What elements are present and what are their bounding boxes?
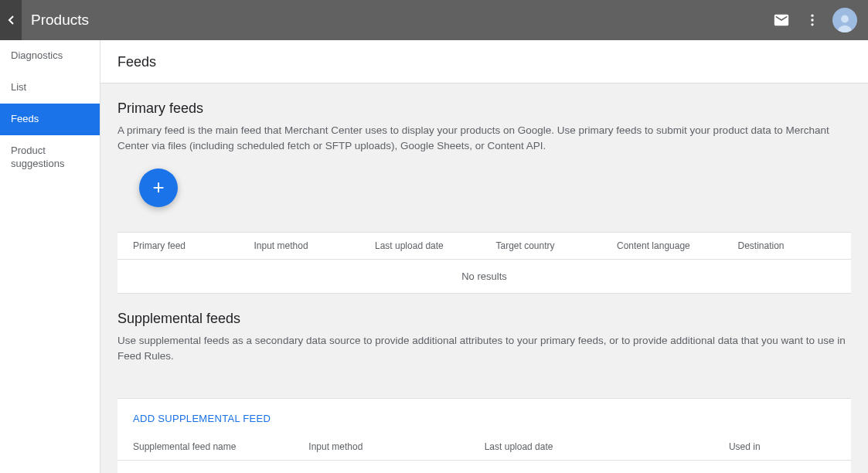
primary-feeds-section: Primary feeds A primary feed is the main… bbox=[100, 83, 868, 294]
svg-point-3 bbox=[841, 15, 849, 23]
supplemental-feeds-section: Supplemental feeds Use supplemental feed… bbox=[100, 294, 868, 474]
supplemental-feeds-description: Use supplemental feeds as a secondary da… bbox=[117, 333, 851, 365]
col-supp-input-method: Input method bbox=[301, 441, 476, 452]
primary-feeds-heading: Primary feeds bbox=[117, 100, 851, 117]
add-primary-feed-button[interactable]: + bbox=[139, 168, 178, 207]
app-title: Products bbox=[31, 12, 89, 29]
mail-icon bbox=[773, 12, 790, 29]
col-input-method: Input method bbox=[247, 240, 368, 251]
sidebar-item-list[interactable]: List bbox=[0, 72, 100, 104]
supplemental-action-bar: ADD SUPPLEMENTAL FEED Supplemental feed … bbox=[117, 398, 851, 473]
mail-button[interactable] bbox=[766, 5, 797, 36]
more-vert-icon bbox=[805, 12, 820, 28]
page-title: Feeds bbox=[117, 54, 851, 70]
col-target-country: Target country bbox=[488, 240, 610, 251]
account-avatar[interactable] bbox=[832, 8, 857, 32]
col-content-language: Content language bbox=[609, 240, 730, 251]
top-bar: Products bbox=[0, 0, 868, 40]
plus-icon: + bbox=[152, 175, 164, 199]
page-header: Feeds bbox=[100, 40, 868, 83]
svg-point-2 bbox=[811, 23, 813, 26]
col-destination: Destination bbox=[730, 240, 852, 251]
svg-point-1 bbox=[811, 19, 813, 21]
sidebar: Diagnostics List Feeds Product suggestio… bbox=[0, 40, 100, 473]
col-last-upload: Last upload date bbox=[367, 240, 488, 251]
primary-feeds-description: A primary feed is the main feed that Mer… bbox=[117, 123, 851, 155]
primary-feeds-empty: No results bbox=[117, 260, 851, 293]
main-content: Feeds Primary feeds A primary feed is th… bbox=[100, 40, 868, 473]
person-icon bbox=[834, 11, 856, 32]
col-supp-used-in: Used in bbox=[721, 441, 851, 452]
sidebar-item-diagnostics[interactable]: Diagnostics bbox=[0, 40, 100, 72]
sidebar-item-product-suggestions[interactable]: Product suggestions bbox=[0, 135, 100, 180]
back-button[interactable] bbox=[0, 0, 22, 40]
primary-feeds-table: Primary feed Input method Last upload da… bbox=[117, 232, 851, 294]
sidebar-item-feeds[interactable]: Feeds bbox=[0, 104, 100, 135]
chevron-left-icon bbox=[8, 15, 14, 25]
supplemental-feeds-heading: Supplemental feeds bbox=[117, 311, 851, 327]
col-primary-feed: Primary feed bbox=[117, 240, 247, 251]
col-supp-name: Supplemental feed name bbox=[117, 441, 301, 452]
add-supplemental-feed-button[interactable]: ADD SUPPLEMENTAL FEED bbox=[117, 399, 286, 435]
supplemental-feeds-empty: No results bbox=[117, 461, 851, 473]
supplemental-feeds-header-row: Supplemental feed name Input method Last… bbox=[117, 435, 851, 461]
more-button[interactable] bbox=[797, 5, 828, 36]
svg-point-0 bbox=[811, 15, 813, 17]
primary-feeds-header-row: Primary feed Input method Last upload da… bbox=[117, 233, 851, 260]
col-supp-last-upload: Last upload date bbox=[477, 441, 721, 452]
